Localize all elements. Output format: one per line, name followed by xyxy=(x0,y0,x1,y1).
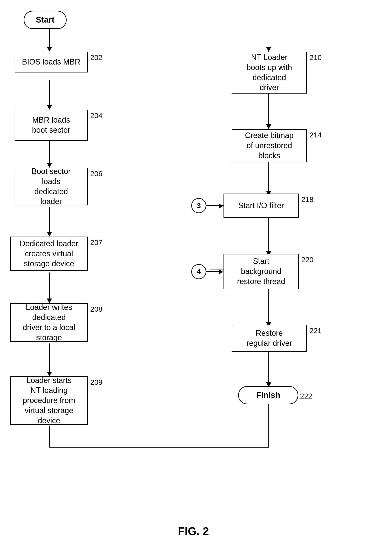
fig-caption: FIG. 2 xyxy=(129,525,258,538)
circle-3-label: 3 xyxy=(197,201,201,210)
node-214-ref: 214 xyxy=(309,131,322,139)
node-209-box: Loader startsNT loadingprocedure fromvir… xyxy=(10,376,88,425)
node-214-box: Create bitmapof unrestoredblocks xyxy=(232,129,307,162)
node-220-wrapper: Startbackgroundrestore thread 220 xyxy=(224,254,314,289)
node-221-ref: 221 xyxy=(309,327,322,335)
node-207-label: Dedicated loadercreates virtualstorage d… xyxy=(20,239,78,269)
start-node: Start xyxy=(24,11,67,29)
node-207-box: Dedicated loadercreates virtualstorage d… xyxy=(10,237,88,271)
node-220-ref: 220 xyxy=(301,256,314,264)
node-218-wrapper: Start I/O filter 218 xyxy=(224,193,314,218)
node-206-label: Boot sectorloadsdedicatedloader xyxy=(32,166,71,207)
node-204: MBR loadsboot sector 204 xyxy=(15,110,103,141)
fig-caption-text: FIG. 2 xyxy=(178,525,209,537)
node-210-box: NT Loaderboots up withdedicateddriver xyxy=(232,52,307,93)
node-220-box: Startbackgroundrestore thread xyxy=(224,254,299,289)
node-206-ref: 206 xyxy=(90,170,103,178)
h-arrow-4 xyxy=(206,271,219,272)
node-202-box: BIOS loads MBR xyxy=(15,52,88,72)
node-209-ref: 209 xyxy=(90,378,103,386)
node-209-label: Loader startsNT loadingprocedure fromvir… xyxy=(23,376,75,426)
finish-group: Finish 222 xyxy=(232,386,312,404)
node-214-label: Create bitmapof unrestoredblocks xyxy=(245,131,294,161)
h-arrow-3 xyxy=(206,205,219,206)
node-208-box: Loader writesdedicateddriver to a locals… xyxy=(10,303,88,342)
svg-marker-3 xyxy=(47,105,52,110)
node-202-ref: 202 xyxy=(90,53,103,62)
node-221: Restoreregular driver 221 xyxy=(232,325,322,352)
finish-label: Finish xyxy=(238,386,298,404)
node-202: BIOS loads MBR 202 xyxy=(15,52,103,72)
node-208-ref: 208 xyxy=(90,305,103,313)
node-220-group: 4 Startbackgroundrestore thread 220 xyxy=(191,254,314,289)
svg-marker-7 xyxy=(47,232,52,237)
node-209: Loader startsNT loadingprocedure fromvir… xyxy=(10,376,103,425)
finish-ref: 222 xyxy=(300,392,312,400)
node-204-box: MBR loadsboot sector xyxy=(15,110,88,141)
node-208-label: Loader writesdedicateddriver to a locals… xyxy=(23,302,75,343)
node-202-label: BIOS loads MBR xyxy=(22,57,80,67)
node-207: Dedicated loadercreates virtualstorage d… xyxy=(10,237,103,271)
circle-4: 4 xyxy=(191,264,206,279)
start-label: Start xyxy=(24,11,67,29)
node-218-label: Start I/O filter xyxy=(238,201,284,211)
node-220-labeled: Startbackgroundrestore thread 220 xyxy=(224,254,314,289)
diagram-page: Start BIOS loads MBR 202 MBR loadsboot s… xyxy=(0,0,392,554)
finish-wrapper: Finish xyxy=(238,386,298,404)
node-221-box: Restoreregular driver xyxy=(232,325,307,352)
node-210-ref: 210 xyxy=(309,53,322,62)
circle-3: 3 xyxy=(191,198,206,213)
node-208: Loader writesdedicateddriver to a locals… xyxy=(10,303,103,342)
node-210: NT Loaderboots up withdedicateddriver 21… xyxy=(232,52,322,93)
node-207-ref: 207 xyxy=(90,238,103,247)
node-210-label: NT Loaderboots up withdedicateddriver xyxy=(246,52,292,93)
circle-4-label: 4 xyxy=(197,267,201,276)
node-206: Boot sectorloadsdedicatedloader 206 xyxy=(15,168,103,205)
node-221-label: Restoreregular driver xyxy=(246,328,292,348)
svg-marker-15 xyxy=(266,47,271,52)
node-218-group: 3 Start I/O filter 218 xyxy=(191,193,314,218)
svg-marker-17 xyxy=(266,124,271,129)
node-204-ref: 204 xyxy=(90,111,103,120)
node-218-box: Start I/O filter xyxy=(224,193,299,218)
node-218-labeled: Start I/O filter 218 xyxy=(224,193,314,218)
node-218-ref: 218 xyxy=(301,195,314,204)
node-214: Create bitmapof unrestoredblocks 214 xyxy=(232,129,322,162)
node-220-label: Startbackgroundrestore thread xyxy=(237,256,285,286)
svg-marker-1 xyxy=(47,47,52,52)
node-204-label: MBR loadsboot sector xyxy=(32,115,70,135)
node-206-box: Boot sectorloadsdedicatedloader xyxy=(15,168,88,205)
